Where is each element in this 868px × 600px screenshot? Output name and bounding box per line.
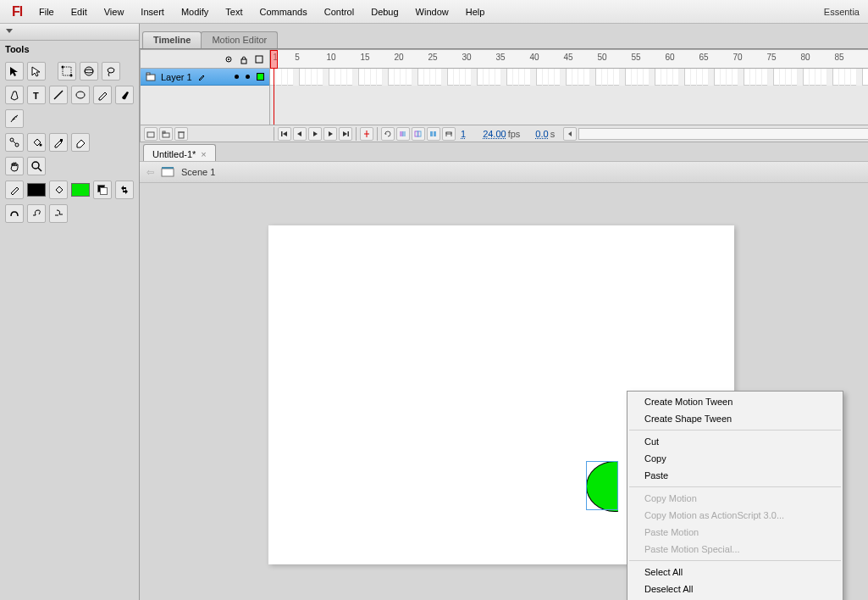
frame-cell[interactable] <box>584 69 590 86</box>
frame-cell[interactable] <box>804 69 810 86</box>
fill-color-swatch[interactable] <box>71 183 90 197</box>
ctx-create-shape-tween[interactable]: Create Shape Tween <box>628 410 843 427</box>
eraser-tool[interactable] <box>71 133 90 152</box>
paint-bucket-tool[interactable] <box>27 133 46 152</box>
tab-motion-editor[interactable]: Motion Editor <box>201 31 278 48</box>
outline-column-icon[interactable] <box>254 54 264 64</box>
frame-cell[interactable] <box>632 69 638 86</box>
frame-cell[interactable] <box>276 69 282 86</box>
selection-tool[interactable] <box>5 62 24 81</box>
goto-last-frame[interactable] <box>339 127 352 141</box>
timeline-ruler[interactable]: 1510152025303540455055606570758085 <box>270 50 868 69</box>
frame-cell[interactable] <box>365 69 371 86</box>
frame-cell[interactable] <box>638 69 644 86</box>
frame-cell[interactable] <box>602 69 608 86</box>
frame-cell[interactable] <box>383 69 389 86</box>
frame-cell[interactable] <box>282 69 288 86</box>
loop-toggle[interactable] <box>381 127 395 141</box>
ctx-copy[interactable]: Copy <box>628 450 843 467</box>
goto-first-frame[interactable] <box>278 127 291 141</box>
lock-dot[interactable] <box>246 75 250 79</box>
frame-cell[interactable] <box>353 69 359 86</box>
frame-cell[interactable] <box>667 69 673 86</box>
frame-cell[interactable] <box>650 69 655 86</box>
menu-text[interactable]: Text <box>217 3 251 20</box>
visibility-column-icon[interactable] <box>224 54 234 64</box>
frame-cell[interactable] <box>436 69 442 86</box>
frame-cell[interactable] <box>513 69 519 86</box>
menu-control[interactable]: Control <box>316 3 362 20</box>
frame-cell[interactable] <box>821 69 827 86</box>
frame-cell[interactable] <box>306 69 312 86</box>
frame-cell[interactable] <box>780 69 786 86</box>
frame-cell[interactable] <box>644 69 650 86</box>
frame-cell[interactable] <box>685 69 691 86</box>
scroll-left[interactable] <box>563 127 577 141</box>
frame-cell[interactable] <box>525 69 531 86</box>
center-frame[interactable] <box>360 127 373 141</box>
lock-column-icon[interactable] <box>239 54 249 64</box>
tools-panel-collapse-bar[interactable] <box>0 24 139 41</box>
frame-cell[interactable] <box>744 69 750 86</box>
frame-cell[interactable] <box>845 69 851 86</box>
frame-cell[interactable] <box>673 69 679 86</box>
menu-commands[interactable]: Commands <box>251 3 315 20</box>
frame-cell[interactable] <box>300 69 306 86</box>
frame-cell[interactable] <box>709 69 715 86</box>
frame-cell[interactable] <box>661 69 667 86</box>
frame-cell[interactable] <box>454 69 460 86</box>
frame-cell[interactable] <box>756 69 762 86</box>
frame-cell[interactable] <box>341 69 347 86</box>
frame-cell[interactable] <box>733 69 738 86</box>
workspace-switcher[interactable]: Essentia <box>815 3 868 20</box>
frame-cell[interactable] <box>614 69 620 86</box>
scene-name[interactable]: Scene 1 <box>181 167 215 177</box>
playhead[interactable] <box>270 50 278 69</box>
line-tool[interactable] <box>49 86 68 104</box>
swap-colors[interactable] <box>115 181 134 199</box>
rectangle-tool[interactable] <box>71 86 90 104</box>
frame-cell[interactable] <box>323 69 329 86</box>
frame-cell[interactable] <box>572 69 578 86</box>
frame-cell[interactable] <box>377 69 383 86</box>
new-folder-button[interactable] <box>159 127 173 141</box>
new-layer-button[interactable] <box>144 127 158 141</box>
frame-cell[interactable] <box>596 69 602 86</box>
free-transform-tool[interactable] <box>58 62 76 81</box>
frame-cell[interactable] <box>762 69 768 86</box>
frame-cell[interactable] <box>655 69 661 86</box>
frame-cell[interactable] <box>460 69 466 86</box>
frame-cell[interactable] <box>335 69 341 86</box>
frame-cell[interactable] <box>519 69 525 86</box>
frame-cell[interactable] <box>329 69 335 86</box>
ctx-paste[interactable]: Paste <box>628 467 843 484</box>
frame-cell[interactable] <box>768 69 774 86</box>
frame-cell[interactable] <box>412 69 418 86</box>
menu-edit[interactable]: Edit <box>63 3 96 20</box>
edit-multiple-frames[interactable] <box>427 127 440 141</box>
frame-strip[interactable] <box>270 69 868 86</box>
frame-cell[interactable] <box>697 69 703 86</box>
frame-cell[interactable] <box>389 69 395 86</box>
menu-file[interactable]: File <box>30 3 63 20</box>
snap-to-objects[interactable] <box>5 204 24 223</box>
frame-cell[interactable] <box>792 69 798 86</box>
eyedropper-tool[interactable] <box>49 133 68 152</box>
selected-shape[interactable] <box>586 461 622 512</box>
frame-cell[interactable] <box>478 69 484 86</box>
frame-cell[interactable] <box>406 69 412 86</box>
frame-cell[interactable] <box>371 69 377 86</box>
layer-row[interactable]: Layer 1 <box>141 69 269 86</box>
frame-cell[interactable] <box>620 69 626 86</box>
frame-cell[interactable] <box>347 69 353 86</box>
frame-cell[interactable] <box>810 69 815 86</box>
frame-cell[interactable] <box>294 69 300 86</box>
frame-cell[interactable] <box>430 69 436 86</box>
frame-cell[interactable] <box>608 69 614 86</box>
play[interactable] <box>308 127 322 141</box>
straighten-option[interactable] <box>49 204 68 223</box>
frame-cell[interactable] <box>359 69 365 86</box>
document-tab[interactable]: Untitled-1* × <box>143 144 216 161</box>
frame-cell[interactable] <box>827 69 833 86</box>
frame-cell[interactable] <box>288 69 294 86</box>
